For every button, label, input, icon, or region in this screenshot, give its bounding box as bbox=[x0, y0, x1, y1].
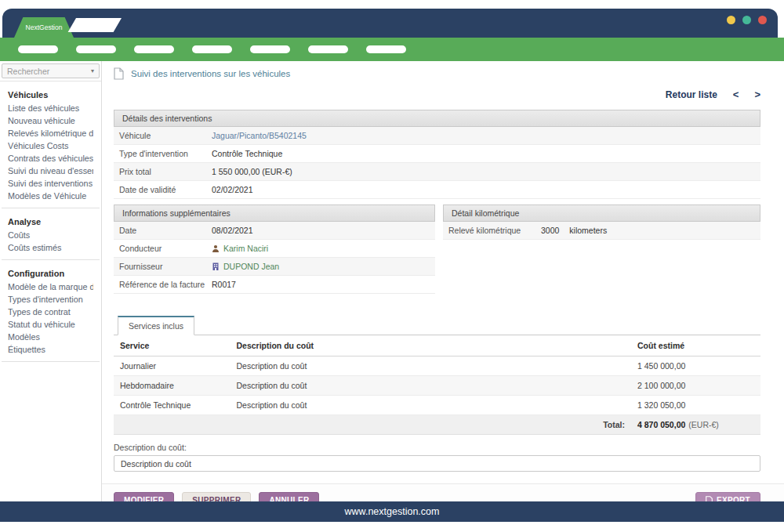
sidebar-item-contrats[interactable]: Contrats des véhicules bbox=[8, 152, 93, 165]
driver-link[interactable]: Karim Naciri bbox=[223, 244, 268, 253]
field-value: Contrôle Technique bbox=[212, 149, 282, 158]
sidebar-item-modeles-vehicule[interactable]: Modèles de Véhicule bbox=[8, 190, 93, 202]
close-icon[interactable] bbox=[758, 16, 767, 24]
sidebar-item-modele-marque[interactable]: Modèle de la marque du v... bbox=[8, 280, 93, 293]
detail-row: Conducteur Karim Naciri bbox=[114, 240, 435, 258]
vehicle-link[interactable]: Jaguar/Picanto/B5402145 bbox=[212, 131, 307, 140]
footer-url: www.nextgestion.com bbox=[345, 506, 440, 517]
additional-info-panel: Informations supplémentaires Date 08/02/… bbox=[114, 204, 435, 294]
detail-row: Véhicule Jaguar/Picanto/B5402145 bbox=[114, 127, 760, 145]
title-bar: NextGestion bbox=[2, 9, 778, 38]
brand-label: NextGestion bbox=[26, 24, 63, 31]
sidebar-item-releves-kilometrique[interactable]: Relevés kilométrique des ... bbox=[8, 127, 93, 139]
main-content: Suivi des interventions sur les véhicule… bbox=[102, 61, 784, 501]
field-value: 02/02/2021 bbox=[212, 185, 253, 194]
menu-item-pill[interactable] bbox=[192, 45, 232, 53]
table-total-row: Total: 4 870 050,00(EUR-€) bbox=[114, 415, 760, 435]
document-icon bbox=[114, 67, 124, 80]
cell-service: Contrôle Technique bbox=[114, 396, 230, 415]
person-icon bbox=[212, 244, 220, 252]
tab-bar: Services inclus bbox=[114, 315, 760, 335]
field-value: R0017 bbox=[212, 280, 236, 289]
sidebar-item-liste-vehicules[interactable]: Liste des véhicules bbox=[8, 102, 93, 114]
supplier-link[interactable]: DUPOND Jean bbox=[223, 262, 279, 271]
cost-description-field[interactable]: Description du coût bbox=[114, 455, 760, 472]
detail-row: Référence de la facture R0017 bbox=[114, 276, 435, 294]
prev-record-icon[interactable]: < bbox=[733, 89, 739, 100]
sidebar-item-modeles[interactable]: Modèles bbox=[8, 331, 93, 343]
minimize-icon[interactable] bbox=[727, 16, 735, 24]
menu-item-pill[interactable] bbox=[366, 45, 406, 53]
table-header-row: Service Description du coût Coût estimé bbox=[114, 335, 760, 356]
total-currency: (EUR-€) bbox=[688, 420, 719, 429]
total-label: Total: bbox=[230, 415, 632, 435]
window-controls bbox=[727, 16, 767, 24]
detail-row: Date de validité 02/02/2021 bbox=[114, 181, 760, 199]
page-title: Suivi des interventions sur les véhicule… bbox=[131, 69, 290, 78]
chevron-down-icon: ▾ bbox=[91, 67, 94, 74]
cell-service: Hebdomadaire bbox=[114, 376, 230, 396]
brand-tab[interactable]: NextGestion bbox=[14, 17, 74, 38]
additional-info-header: Informations supplémentaires bbox=[114, 204, 435, 222]
table-row: Contrôle Technique Description du coût 1… bbox=[114, 396, 760, 415]
sidebar-item-types-intervention[interactable]: Types d'intervention bbox=[8, 293, 93, 306]
back-to-list-link[interactable]: Retour liste bbox=[666, 89, 717, 100]
detail-row: Prix total 1 550 000,00 (EUR-€) bbox=[114, 163, 760, 181]
column-header-description: Description du coût bbox=[230, 335, 632, 356]
sidebar-item-etiquettes[interactable]: Étiquettes bbox=[8, 343, 93, 356]
next-record-icon[interactable]: > bbox=[754, 89, 760, 100]
cell-description: Description du coût bbox=[230, 376, 632, 396]
detail-row: Fournisseur DUPOND Jean bbox=[114, 258, 435, 276]
details-panel-header: Détails des interventions bbox=[114, 110, 760, 127]
sidebar-item-vehicules-costs[interactable]: Véhicules Costs bbox=[8, 139, 93, 152]
field-label: Prix total bbox=[114, 167, 212, 176]
main-menu-bar bbox=[0, 38, 784, 61]
building-icon bbox=[212, 262, 220, 270]
sidebar-section-analyse: Analyse bbox=[8, 215, 93, 229]
total-value: 4 870 050,00 bbox=[637, 420, 685, 429]
brand-flag-shape bbox=[68, 18, 122, 32]
cell-cost: 1 320 050,00 bbox=[631, 396, 760, 415]
cell-service: Journalier bbox=[114, 356, 230, 376]
table-row: Journalier Description du coût 1 450 000… bbox=[114, 356, 760, 376]
field-label: Date bbox=[114, 226, 212, 235]
details-panel: Détails des interventions Véhicule Jagua… bbox=[114, 110, 760, 199]
menu-item-pill[interactable] bbox=[18, 45, 58, 53]
sidebar-nav: Véhicules Liste des véhicules Nouveau vé… bbox=[0, 81, 101, 362]
maximize-icon[interactable] bbox=[742, 16, 751, 24]
sidebar-item-couts[interactable]: Coûts bbox=[8, 229, 93, 241]
field-label: Conducteur bbox=[114, 244, 212, 253]
mileage-unit: kilometers bbox=[569, 226, 607, 235]
app-window: NextGestion Rechercher ▾ Véhicules Liste bbox=[0, 0, 784, 532]
cost-description-label: Description du coût: bbox=[114, 443, 760, 452]
cell-cost: 1 450 000,00 bbox=[631, 356, 760, 376]
sidebar-item-statut-vehicule[interactable]: Statut du véhicule bbox=[8, 318, 93, 331]
menu-item-pill[interactable] bbox=[134, 45, 174, 53]
table-row: Hebdomadaire Description du coût 2 100 0… bbox=[114, 376, 760, 396]
field-label: Date de validité bbox=[114, 185, 212, 194]
field-value: 1 550 000,00 (EUR-€) bbox=[212, 167, 292, 176]
field-label: Fournisseur bbox=[114, 262, 212, 271]
search-input[interactable]: Rechercher ▾ bbox=[2, 63, 100, 78]
sidebar-item-suivi-interventions[interactable]: Suivi des interventions su... bbox=[8, 177, 93, 190]
cell-cost: 2 100 000,00 bbox=[631, 376, 760, 396]
field-label: Référence de la facture bbox=[114, 280, 212, 289]
search-wrap: Rechercher ▾ bbox=[0, 61, 101, 81]
column-header-service: Service bbox=[114, 335, 230, 356]
field-value: 08/02/2021 bbox=[212, 226, 253, 235]
tab-services-inclus[interactable]: Services inclus bbox=[118, 316, 194, 335]
sidebar-section-configuration: Configuration bbox=[8, 267, 93, 280]
column-header-cout-estime: Coût estimé bbox=[631, 335, 760, 356]
sidebar-item-types-contrat[interactable]: Types de contrat bbox=[8, 306, 93, 318]
sidebar-section-vehicules: Véhicules bbox=[8, 89, 93, 102]
sidebar-item-niveau-essence[interactable]: Suivi du niveau d'essence bbox=[8, 165, 93, 177]
mileage-panel: Détail kilométrique Relevé kilométrique … bbox=[443, 204, 760, 240]
menu-item-pill[interactable] bbox=[76, 45, 116, 53]
sidebar-item-couts-estimes[interactable]: Coûts estimés bbox=[8, 241, 93, 254]
field-label: Relevé kilométrique bbox=[443, 226, 541, 235]
menu-item-pill[interactable] bbox=[308, 45, 348, 53]
cost-description-group: Description du coût: Description du coût bbox=[114, 443, 760, 472]
footer-bar: www.nextgestion.com bbox=[0, 501, 784, 522]
menu-item-pill[interactable] bbox=[250, 45, 290, 53]
sidebar-item-nouveau-vehicule[interactable]: Nouveau véhicule bbox=[8, 114, 93, 127]
